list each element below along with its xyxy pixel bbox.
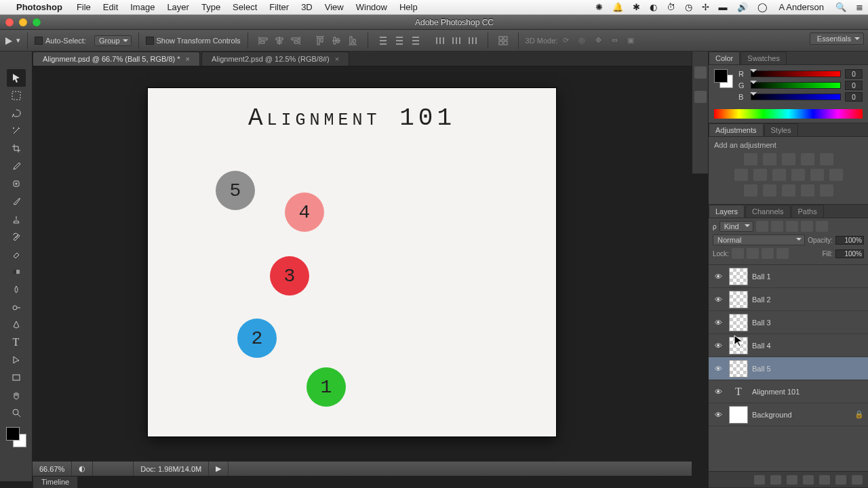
- adj-exposure-icon[interactable]: [801, 153, 814, 165]
- move-tool[interactable]: [7, 69, 26, 87]
- menu-layer[interactable]: Layer: [161, 2, 195, 12]
- layer-row[interactable]: 👁TAlignment 101: [709, 380, 868, 403]
- align-vertical-centers-icon[interactable]: [329, 33, 344, 48]
- blend-mode-dropdown[interactable]: Normal: [713, 235, 805, 245]
- adj-brightness-icon[interactable]: [744, 153, 757, 165]
- align-top-edges-icon[interactable]: [313, 33, 328, 48]
- pen-tool[interactable]: [7, 316, 26, 333]
- brush-tool[interactable]: [7, 192, 26, 210]
- healing-brush-tool[interactable]: [7, 175, 26, 192]
- canvas-ball-2[interactable]: 2: [237, 319, 277, 358]
- magic-wand-tool[interactable]: [7, 122, 26, 140]
- color-swatch[interactable]: [6, 427, 26, 447]
- layer-thumbnail[interactable]: [729, 360, 748, 378]
- color-spectrum[interactable]: [714, 109, 863, 119]
- layer-name[interactable]: Ball 5: [752, 365, 865, 373]
- distribute-bottom-edges-icon[interactable]: [408, 33, 423, 48]
- paths-tab[interactable]: Paths: [791, 205, 824, 218]
- zoom-slider-icon[interactable]: ◐: [72, 462, 93, 476]
- menu-edit[interactable]: Edit: [97, 2, 124, 12]
- zoom-level[interactable]: 66.67%: [33, 462, 72, 476]
- user-name[interactable]: A Anderson: [772, 2, 831, 12]
- layer-row[interactable]: 👁Ball 5: [709, 357, 868, 380]
- color-swatch[interactable]: [714, 69, 733, 88]
- new-fill-layer-icon[interactable]: [803, 475, 814, 485]
- lock-all-icon[interactable]: [776, 248, 789, 259]
- fill-value[interactable]: 100%: [835, 249, 864, 258]
- layer-visibility-icon[interactable]: 👁: [711, 411, 725, 419]
- lock-position-icon[interactable]: [762, 248, 774, 259]
- link-layers-icon[interactable]: [754, 475, 765, 485]
- auto-align-icon[interactable]: [496, 33, 511, 48]
- clock-icon[interactable]: ⏱: [662, 2, 680, 12]
- notification-icon[interactable]: 🔔: [608, 2, 628, 12]
- close-window-button[interactable]: [5, 18, 14, 26]
- r-slider[interactable]: [751, 70, 841, 77]
- blur-tool[interactable]: [7, 281, 26, 298]
- g-value[interactable]: 0: [845, 81, 863, 90]
- layer-thumbnail[interactable]: [729, 268, 748, 285]
- layer-row[interactable]: 👁Ball 4: [709, 334, 868, 357]
- lock-transparent-icon[interactable]: [732, 248, 744, 259]
- auto-select-dropdown[interactable]: Group: [94, 35, 132, 46]
- distribute-right-edges-icon[interactable]: [465, 33, 480, 48]
- adj-gradientmap-icon[interactable]: [801, 184, 814, 197]
- tool-preset-button[interactable]: ▾: [0, 30, 24, 51]
- menu-file[interactable]: File: [71, 2, 97, 12]
- dodge-tool[interactable]: [7, 298, 26, 316]
- spotlight-icon[interactable]: 🔍: [831, 2, 851, 12]
- menu-image[interactable]: Image: [124, 2, 161, 12]
- workspace-dropdown[interactable]: Essentials: [810, 33, 864, 45]
- layer-row[interactable]: 👁Ball 1: [709, 265, 868, 288]
- menu-3d[interactable]: 3D: [295, 2, 319, 12]
- layer-name[interactable]: Background: [752, 411, 854, 419]
- doc-info-arrow-icon[interactable]: ▶: [209, 462, 229, 476]
- layer-visibility-icon[interactable]: 👁: [711, 272, 725, 281]
- canvas-ball-1[interactable]: 1: [307, 367, 346, 407]
- document-canvas[interactable]: Alignment 101 54321: [148, 88, 556, 436]
- power-icon[interactable]: ◯: [753, 2, 772, 12]
- layer-thumbnail[interactable]: [729, 337, 748, 354]
- adj-colorbalance-icon[interactable]: [753, 169, 767, 181]
- layer-row[interactable]: 👁Background🔒: [709, 403, 868, 426]
- type-tool[interactable]: T: [7, 333, 26, 351]
- auto-select-checkbox[interactable]: Auto-Select:: [31, 30, 90, 51]
- 3d-pan-icon[interactable]: ✥: [591, 33, 606, 48]
- adjustments-tab[interactable]: Adjustments: [709, 123, 764, 136]
- app-name[interactable]: Photoshop: [16, 2, 71, 12]
- crop-tool[interactable]: [7, 140, 26, 157]
- adj-selectivecolor-icon[interactable]: [820, 184, 833, 197]
- lasso-tool[interactable]: [7, 104, 26, 122]
- layer-name[interactable]: Ball 1: [752, 272, 865, 281]
- 3d-scale-icon[interactable]: ▣: [623, 33, 638, 48]
- flag-icon[interactable]: ▬: [714, 2, 732, 12]
- lock-image-icon[interactable]: [747, 248, 759, 259]
- align-left-edges-icon[interactable]: [256, 33, 271, 48]
- menu-type[interactable]: Type: [195, 2, 226, 12]
- layer-name[interactable]: Alignment 101: [752, 388, 865, 396]
- menu-select[interactable]: Select: [226, 2, 263, 12]
- layer-visibility-icon[interactable]: 👁: [711, 342, 725, 350]
- status-icon[interactable]: ✺: [591, 2, 608, 12]
- filter-pixel-icon[interactable]: [756, 221, 768, 232]
- canvas-ball-5[interactable]: 5: [216, 171, 255, 210]
- layer-filter-dropdown[interactable]: Kind: [719, 221, 753, 232]
- eyedropper-tool[interactable]: [7, 157, 26, 175]
- layer-row[interactable]: 👁Ball 3: [709, 311, 868, 334]
- history-brush-tool[interactable]: [7, 228, 26, 245]
- align-horizontal-centers-icon[interactable]: [272, 33, 287, 48]
- gradient-tool[interactable]: [7, 263, 26, 281]
- layer-row[interactable]: 👁Ball 2: [709, 288, 868, 311]
- zoom-tool[interactable]: [7, 404, 26, 422]
- layer-name[interactable]: Ball 4: [752, 342, 865, 350]
- menu-help[interactable]: Help: [393, 2, 424, 12]
- g-slider[interactable]: [751, 82, 841, 89]
- layer-thumbnail[interactable]: [729, 406, 748, 424]
- distribute-left-edges-icon[interactable]: [433, 33, 448, 48]
- history-panel-icon[interactable]: [694, 66, 707, 79]
- distribute-horizontal-centers-icon[interactable]: [449, 33, 464, 48]
- distribute-top-edges-icon[interactable]: [376, 33, 391, 48]
- menu-window[interactable]: Window: [350, 2, 393, 12]
- channels-tab[interactable]: Channels: [745, 205, 790, 218]
- filter-smart-icon[interactable]: [816, 221, 828, 232]
